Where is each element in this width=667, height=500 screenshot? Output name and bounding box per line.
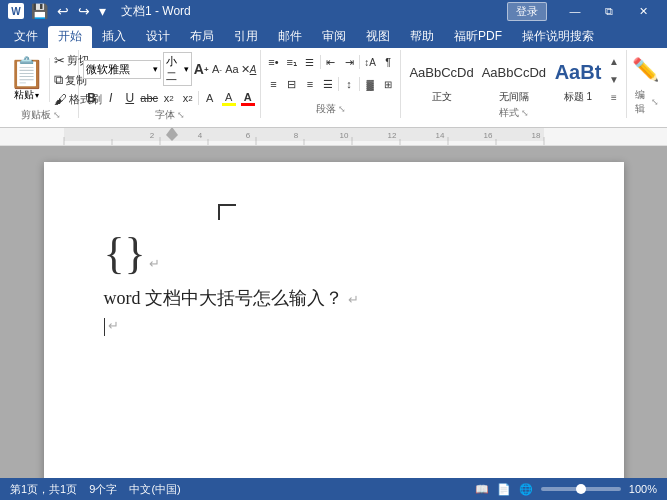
style-nospace-label: 无间隔 bbox=[499, 90, 529, 104]
font-label: 字体 ⤡ bbox=[83, 108, 256, 124]
style-heading1[interactable]: AaBt 标题 1 bbox=[550, 52, 606, 106]
borders-button[interactable]: ⊞ bbox=[380, 74, 396, 94]
word-count: 9个字 bbox=[89, 482, 117, 497]
horizontal-ruler: 2 4 6 8 10 12 14 16 18 bbox=[0, 128, 667, 146]
tab-design[interactable]: 设计 bbox=[136, 26, 180, 48]
grow-font-button[interactable]: A+ bbox=[194, 59, 209, 79]
align-right-button[interactable]: ≡ bbox=[302, 74, 318, 94]
tab-references[interactable]: 引用 bbox=[224, 26, 268, 48]
font-color-button[interactable]: A bbox=[239, 88, 256, 108]
qat-redo-btn[interactable]: ↪ bbox=[75, 3, 93, 19]
align-center-button[interactable]: ⊟ bbox=[284, 74, 300, 94]
close-button[interactable]: ✕ bbox=[627, 0, 659, 22]
zoom-slider[interactable] bbox=[541, 487, 621, 491]
font-name-dropdown[interactable]: 微软雅黑 ▾ bbox=[83, 60, 161, 79]
superscript-button[interactable]: x2 bbox=[179, 88, 196, 108]
para-row2: ≡ ⊟ ≡ ☰ ↕ ▓ ⊞ bbox=[265, 74, 396, 94]
para-controls: ≡• ≡₁ ☰ ⇤ ⇥ ↕A ¶ ≡ ⊟ ≡ ☰ ↕ bbox=[265, 52, 396, 102]
window-title: 文档1 - Word bbox=[121, 3, 191, 20]
clipboard-content: 📋 粘贴 ▾ ✂ 剪切 ⧉ 复制 🖌 bbox=[8, 52, 74, 108]
view-btn-print[interactable]: 📄 bbox=[497, 483, 511, 496]
decrease-indent-button[interactable]: ⇤ bbox=[323, 52, 339, 72]
para-div2 bbox=[359, 55, 360, 69]
document-text[interactable]: word 文档中大括号怎么输入？ ↵ bbox=[104, 286, 564, 310]
tab-insert[interactable]: 插入 bbox=[92, 26, 136, 48]
tab-home[interactable]: 开始 bbox=[48, 26, 92, 48]
style-scroll-down[interactable]: ▼ bbox=[606, 71, 622, 87]
minimize-button[interactable]: — bbox=[559, 0, 591, 22]
shrink-font-button[interactable]: A- bbox=[211, 59, 224, 79]
ruler-marks: 2 4 6 8 10 12 14 16 18 bbox=[4, 128, 663, 145]
justify-button[interactable]: ☰ bbox=[320, 74, 336, 94]
line-spacing-button[interactable]: ↕ bbox=[341, 74, 357, 94]
word-logo: W bbox=[8, 3, 24, 19]
style-scroll-up[interactable]: ▲ bbox=[606, 53, 622, 69]
style-normal-label: 正文 bbox=[432, 90, 452, 104]
para-div1 bbox=[320, 55, 321, 69]
paste-button[interactable]: 📋 粘贴 ▾ bbox=[8, 58, 50, 102]
tab-review[interactable]: 审阅 bbox=[312, 26, 356, 48]
view-btn-read[interactable]: 📖 bbox=[475, 483, 489, 496]
clipboard-label: 剪贴板 ⤡ bbox=[8, 108, 74, 124]
ribbon-toolbar: 📋 粘贴 ▾ ✂ 剪切 ⧉ 复制 🖌 bbox=[0, 48, 667, 128]
zoom-thumb bbox=[576, 484, 586, 494]
qat-save-btn[interactable]: 💾 bbox=[28, 3, 51, 19]
font-expand-icon[interactable]: ⤡ bbox=[177, 110, 185, 120]
multilevel-button[interactable]: ☰ bbox=[302, 52, 318, 72]
paste-dropdown-arrow[interactable]: ▾ bbox=[35, 91, 39, 100]
tab-layout[interactable]: 布局 bbox=[180, 26, 224, 48]
restore-button[interactable]: ⧉ bbox=[593, 0, 625, 22]
view-btn-web[interactable]: 🌐 bbox=[519, 483, 533, 496]
bullets-button[interactable]: ≡• bbox=[265, 52, 281, 72]
highlight-button[interactable]: A bbox=[220, 88, 237, 108]
tab-file[interactable]: 文件 bbox=[4, 26, 48, 48]
show-marks-button[interactable]: ¶ bbox=[380, 52, 396, 72]
login-button[interactable]: 登录 bbox=[507, 2, 547, 21]
para-mark-2: ↵ bbox=[348, 292, 359, 307]
italic-button[interactable]: I bbox=[102, 88, 119, 108]
styles-expand-icon[interactable]: ⤡ bbox=[521, 108, 529, 118]
status-right: 📖 📄 🌐 100% bbox=[475, 483, 657, 496]
tab-view[interactable]: 视图 bbox=[356, 26, 400, 48]
paragraph-expand-icon[interactable]: ⤡ bbox=[338, 104, 346, 114]
change-case-button[interactable]: Aa bbox=[225, 59, 238, 79]
editing-expand-icon[interactable]: ⤡ bbox=[651, 97, 659, 107]
font-controls: 微软雅黑 ▾ 小二 ▾ A+ A- Aa ✕A B I U abc bbox=[83, 52, 256, 108]
qat-more-btn[interactable]: ▾ bbox=[96, 3, 109, 19]
paste-icon: 📋 bbox=[8, 58, 45, 88]
style-more[interactable]: ≡ bbox=[606, 89, 622, 105]
copy-icon: ⧉ bbox=[54, 72, 63, 88]
sort-button[interactable]: ↕A bbox=[362, 52, 378, 72]
style-normal-preview: AaBbCcDd bbox=[409, 54, 473, 90]
bold-button[interactable]: B bbox=[83, 88, 100, 108]
svg-text:4: 4 bbox=[198, 131, 203, 140]
style-normal[interactable]: AaBbCcDd 正文 bbox=[405, 52, 477, 106]
font-size-dropdown[interactable]: 小二 ▾ bbox=[163, 52, 192, 86]
shading-button[interactable]: ▓ bbox=[362, 74, 378, 94]
increase-indent-button[interactable]: ⇥ bbox=[341, 52, 357, 72]
tab-mailings[interactable]: 邮件 bbox=[268, 26, 312, 48]
document-page[interactable]: {} ↵ word 文档中大括号怎么输入？ ↵ ↵ bbox=[44, 162, 624, 500]
status-left: 第1页，共1页 9个字 中文(中国) bbox=[10, 482, 181, 497]
clear-format-button[interactable]: ✕A bbox=[241, 59, 257, 79]
underline-button[interactable]: U bbox=[121, 88, 138, 108]
strikethrough-button[interactable]: abc bbox=[140, 88, 158, 108]
clipboard-expand-icon[interactable]: ⤡ bbox=[53, 110, 61, 120]
zoom-level[interactable]: 100% bbox=[629, 483, 657, 495]
tab-help[interactable]: 帮助 bbox=[400, 26, 444, 48]
tab-search[interactable]: 操作说明搜索 bbox=[512, 26, 604, 48]
style-scroll-arrows: ▲ ▼ ≡ bbox=[606, 53, 622, 105]
qat-undo-btn[interactable]: ↩ bbox=[54, 3, 72, 19]
font-row1: 微软雅黑 ▾ 小二 ▾ A+ A- Aa ✕A bbox=[83, 52, 256, 86]
para-div3 bbox=[338, 77, 339, 91]
editing-button[interactable]: ✏️ bbox=[628, 55, 663, 85]
numbering-button[interactable]: ≡₁ bbox=[284, 52, 300, 72]
window-controls: 登录 — ⧉ ✕ bbox=[507, 0, 659, 22]
text-effects-button[interactable]: A bbox=[201, 88, 218, 108]
subscript-button[interactable]: x2 bbox=[160, 88, 177, 108]
style-nospace[interactable]: AaBbCcDd 无间隔 bbox=[478, 52, 550, 106]
scissors-icon: ✂ bbox=[54, 53, 65, 68]
tab-foxitpdf[interactable]: 福昕PDF bbox=[444, 26, 512, 48]
editing-label: 编辑 ⤡ bbox=[631, 88, 659, 118]
align-left-button[interactable]: ≡ bbox=[265, 74, 281, 94]
